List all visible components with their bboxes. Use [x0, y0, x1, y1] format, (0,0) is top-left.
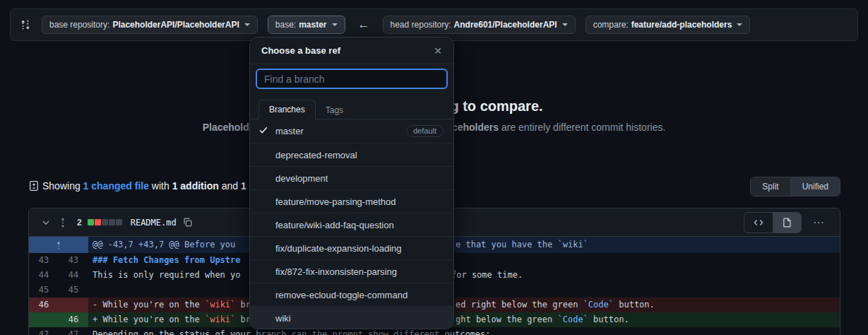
arrow-left-icon: ← — [355, 18, 373, 32]
summary-prefix: Showing — [42, 180, 83, 192]
old-line-number[interactable]: 43 — [29, 253, 59, 268]
base-branch-value: master — [299, 20, 326, 30]
file-diff-icon — [28, 180, 40, 192]
copy-file-path-icon[interactable] — [182, 217, 193, 228]
branch-search-input[interactable] — [256, 69, 448, 89]
diff-code-cell: This is only required when yofor some ti… — [88, 268, 840, 283]
compare-branch-selector[interactable]: compare: feature/add-placeholders — [585, 16, 751, 34]
caret-down-icon — [737, 23, 742, 29]
diff-code-cell: @@ -43,7 +43,7 @@ Before you e that you … — [88, 237, 840, 253]
git-compare-icon — [19, 18, 32, 31]
diff-code-cell: + While you're on the `wiki` brght below… — [88, 312, 840, 327]
dropdown-header: Choose a base ref ✕ — [250, 37, 453, 64]
new-line-number[interactable]: 43 — [59, 253, 88, 268]
additions-count: 1 addition — [172, 180, 219, 192]
branch-list: masterdefaultdeprecated-removaldevelopme… — [250, 119, 453, 329]
file-options-kebab-icon[interactable]: ⋯ — [806, 213, 833, 232]
new-line-number[interactable]: 46 — [59, 312, 88, 327]
branch-item-feature/wiki-add-faq-question[interactable]: feature/wiki-add-faq-question — [250, 213, 453, 236]
diff-code-cell: Depending on the status of your branch c… — [88, 327, 840, 335]
caret-down-icon — [562, 23, 568, 29]
diffstat-square — [102, 219, 108, 225]
branch-name: master — [275, 126, 400, 136]
diff-code-cell: - While you're on the `wiki` bred right … — [88, 298, 840, 312]
diffstat-square — [116, 219, 122, 225]
new-line-number[interactable]: 44 — [59, 268, 88, 283]
file-name: README.md — [131, 218, 177, 228]
changed-files-link[interactable]: 1 changed file — [83, 180, 149, 192]
diffstat-square — [109, 219, 115, 225]
old-line-number[interactable]: 44 — [29, 268, 59, 283]
diff-display-toggle — [744, 212, 802, 233]
check-icon — [258, 125, 268, 135]
dropdown-title: Choose a base ref — [261, 45, 434, 56]
summary-mid2: and — [219, 180, 241, 192]
base-repository-value: PlaceholderAPI/PlaceholderAPI — [112, 20, 239, 30]
branch-item-fix/duplicate-expansion-loading[interactable]: fix/duplicate-expansion-loading — [250, 236, 453, 259]
summary-mid1: with — [149, 180, 172, 192]
dropdown-tabs: BranchesTags — [250, 99, 453, 119]
tab-tags[interactable]: Tags — [316, 101, 353, 119]
base-ref-dropdown: Choose a base ref ✕ BranchesTags masterd… — [249, 37, 454, 329]
base-branch-prefix: base: — [275, 20, 296, 30]
old-line-number[interactable]: 47 — [29, 327, 59, 335]
new-line-number[interactable]: 45 — [59, 283, 88, 298]
head-repository-selector[interactable]: head repository: Andre601/PlaceholderAPI — [383, 16, 576, 34]
old-line-number[interactable]: 46 — [29, 298, 59, 312]
default-branch-badge: default — [406, 125, 444, 137]
branch-item-remove-ecloud-toggle-command[interactable]: remove-ecloud-toggle-command — [250, 283, 453, 306]
compare-branch-value: feature/add-placeholders — [631, 20, 732, 30]
old-line-number[interactable]: 45 — [29, 283, 59, 298]
rich-diff-button[interactable] — [773, 213, 801, 233]
unified-view-button[interactable]: Unified — [790, 177, 840, 196]
compare-branch-prefix: compare: — [593, 20, 629, 30]
head-repository-value: Andre601/PlaceholderAPI — [454, 20, 557, 30]
note-tail-text: are entirely different commit histories. — [499, 122, 665, 133]
base-repository-selector[interactable]: base repository: PlaceholderAPI/Placehol… — [42, 16, 258, 34]
branch-name: deprecated-removal — [275, 150, 444, 160]
branch-search — [256, 69, 448, 89]
branch-item-development[interactable]: development — [250, 166, 453, 189]
diffstat-square — [88, 219, 94, 225]
close-icon[interactable]: ✕ — [434, 45, 442, 57]
diff-view-toggle: Split Unified — [750, 177, 840, 196]
expand-all-icon[interactable] — [57, 217, 69, 228]
new-line-number[interactable]: 47 — [59, 327, 88, 335]
branch-item-feature/move-parsing-method[interactable]: feature/move-parsing-method — [250, 189, 453, 213]
caret-down-icon — [244, 23, 250, 29]
old-line-number[interactable] — [29, 312, 59, 327]
split-view-button[interactable]: Split — [751, 177, 790, 196]
branch-item-deprecated-removal[interactable]: deprecated-removal — [250, 143, 453, 166]
base-repository-prefix: base repository: — [49, 20, 109, 30]
branch-name: fix/872-fix-inxonsisten-parsing — [275, 266, 444, 277]
tab-branches[interactable]: Branches — [258, 100, 316, 119]
diff-code-cell: ### Fetch Changes from Upstre — [88, 253, 840, 268]
diffstat-count: 2 — [77, 218, 82, 228]
base-branch-selector[interactable]: base: master — [268, 16, 345, 34]
branch-item-wiki[interactable]: wiki — [250, 306, 453, 329]
head-repository-prefix: head repository: — [391, 20, 451, 30]
branch-name: remove-ecloud-toggle-command — [275, 290, 444, 300]
diffstat-square — [95, 219, 101, 225]
branch-item-fix/872-fix-inxonsisten-parsing[interactable]: fix/872-fix-inxonsisten-parsing — [250, 259, 453, 283]
collapse-file-chevron-icon[interactable] — [40, 217, 52, 228]
caret-down-icon — [332, 23, 338, 29]
diff-code-cell — [88, 283, 840, 298]
branch-name: feature/wiki-add-faq-question — [275, 220, 444, 230]
branch-name: fix/duplicate-expansion-loading — [275, 243, 444, 254]
branch-name: feature/move-parsing-method — [275, 196, 444, 207]
diffstat-squares — [88, 219, 122, 225]
branch-name: development — [275, 173, 444, 184]
new-line-number[interactable] — [59, 298, 88, 312]
branch-item-master[interactable]: masterdefault — [250, 119, 453, 143]
source-view-button[interactable] — [744, 213, 773, 233]
expand-up-icon[interactable] — [29, 237, 88, 253]
branch-name: wiki — [275, 313, 444, 324]
